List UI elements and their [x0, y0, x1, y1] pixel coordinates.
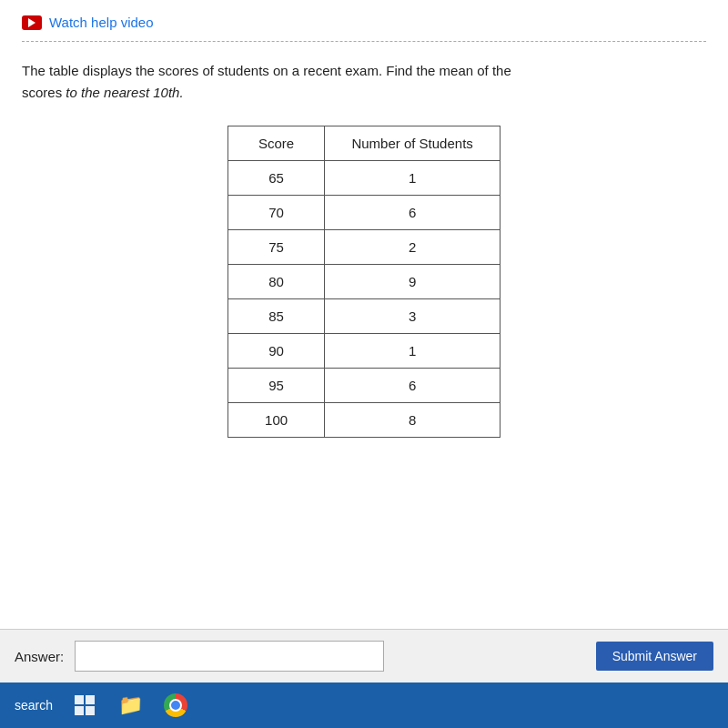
question-text: The table displays the scores of student…	[22, 60, 641, 104]
count-cell: 3	[325, 299, 500, 334]
col-header-students: Number of Students	[325, 126, 500, 161]
score-cell: 90	[228, 334, 325, 369]
question-text-line1: The table displays the scores of student…	[22, 63, 511, 78]
taskbar-windows-icon[interactable]	[71, 692, 98, 719]
answer-input[interactable]	[75, 641, 384, 672]
score-cell: 85	[228, 299, 325, 334]
question-text-line2: scores	[22, 85, 66, 100]
scores-table: Score Number of Students 651706752809853…	[228, 126, 500, 438]
table-row: 752	[228, 230, 500, 265]
table-row: 853	[228, 299, 500, 334]
table-row: 706	[228, 196, 500, 230]
score-cell: 95	[228, 369, 325, 403]
score-cell: 65	[228, 161, 325, 196]
table-container: Score Number of Students 651706752809853…	[22, 126, 706, 438]
watch-help-link[interactable]: Watch help video	[49, 15, 154, 30]
count-cell: 6	[325, 369, 500, 403]
count-cell: 6	[325, 196, 500, 230]
count-cell: 1	[325, 334, 500, 369]
taskbar: search 📁	[0, 682, 728, 728]
table-row: 901	[228, 334, 500, 369]
table-row: 1008	[228, 403, 500, 438]
youtube-icon	[22, 15, 42, 30]
count-cell: 9	[325, 265, 500, 299]
submit-button[interactable]: Submit Answer	[596, 642, 713, 671]
taskbar-search-label: search	[15, 698, 53, 713]
score-cell: 75	[228, 230, 325, 265]
count-cell: 1	[325, 161, 500, 196]
table-row: 956	[228, 369, 500, 403]
windows-grid-icon	[75, 695, 95, 715]
chrome-logo	[164, 693, 187, 717]
count-cell: 8	[325, 403, 500, 438]
answer-label: Answer:	[15, 649, 64, 664]
table-header-row: Score Number of Students	[228, 126, 500, 161]
divider	[22, 41, 706, 42]
taskbar-chrome-icon[interactable]	[162, 692, 189, 719]
score-cell: 100	[228, 403, 325, 438]
count-cell: 2	[325, 230, 500, 265]
answer-area: Answer: Submit Answer	[0, 629, 728, 682]
score-cell: 70	[228, 196, 325, 230]
table-row: 809	[228, 265, 500, 299]
table-row: 651	[228, 161, 500, 196]
score-cell: 80	[228, 265, 325, 299]
col-header-score: Score	[228, 126, 325, 161]
question-text-italic: to the nearest 10th.	[66, 85, 183, 100]
taskbar-folder-icon[interactable]: 📁	[116, 692, 144, 719]
watch-help-row: Watch help video	[22, 15, 706, 30]
